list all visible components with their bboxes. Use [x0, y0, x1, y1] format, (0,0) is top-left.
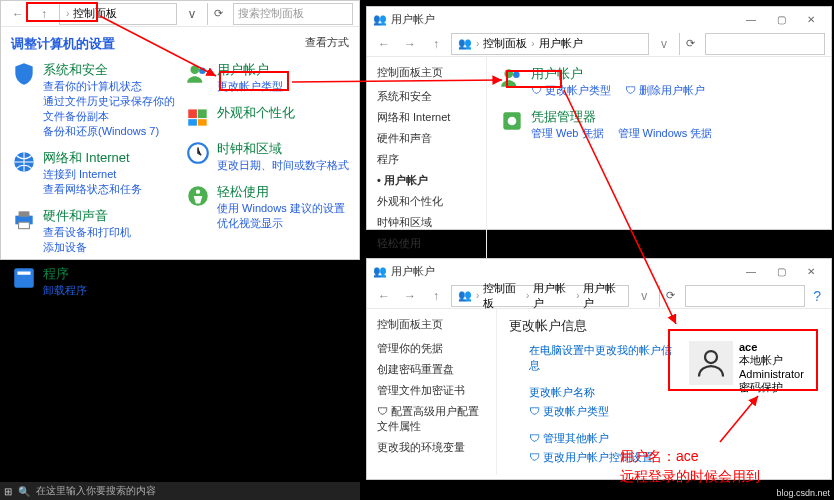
category-sub[interactable]: 连接到 Internet: [43, 167, 142, 182]
cp-category-programs[interactable]: 程序 卸载程序: [11, 265, 175, 298]
sidebar-link[interactable]: 管理你的凭据: [377, 338, 486, 359]
sidebar-heading[interactable]: 控制面板主页: [377, 65, 476, 80]
card-user-accounts[interactable]: 用户帐户 🛡 更改帐户类型 🛡 删除用户帐户: [499, 65, 819, 98]
cp-category-clock[interactable]: 时钟和区域 更改日期、时间或数字格式: [185, 140, 349, 173]
breadcrumb-item[interactable]: 控制面板: [483, 36, 527, 51]
search-input[interactable]: 搜索控制面板: [233, 3, 353, 25]
category-title[interactable]: 网络和 Internet: [43, 149, 142, 167]
settings-link[interactable]: 在电脑设置中更改我的帐户信息: [529, 343, 679, 373]
nav-forward-icon[interactable]: →: [399, 33, 421, 55]
maximize-button[interactable]: ▢: [767, 262, 795, 280]
nav-back-icon[interactable]: ←: [373, 33, 395, 55]
cp-category-appearance[interactable]: 外观和个性化: [185, 104, 349, 130]
category-sub[interactable]: 通过文件历史记录保存你的文件备份副本: [43, 94, 175, 124]
close-button[interactable]: ✕: [797, 262, 825, 280]
svg-point-18: [508, 117, 517, 126]
card-sub[interactable]: 管理 Windows 凭据: [618, 126, 713, 141]
card-credential-manager[interactable]: 凭据管理器 管理 Web 凭据 管理 Windows 凭据: [499, 108, 819, 141]
taskbar[interactable]: ⊞ 🔍 在这里输入你要搜索的内容: [0, 482, 360, 500]
dropdown-icon[interactable]: v: [633, 285, 655, 307]
breadcrumb-item[interactable]: 用户帐户: [583, 281, 622, 311]
category-title[interactable]: 时钟和区域: [217, 140, 349, 158]
card-sub[interactable]: 🛡 更改帐户类型: [531, 83, 611, 98]
nav-up-icon[interactable]: ↑: [425, 33, 447, 55]
cp-category-hardware[interactable]: 硬件和声音 查看设备和打印机 添加设备: [11, 207, 175, 255]
minimize-button[interactable]: —: [737, 262, 765, 280]
avatar-icon: [689, 341, 733, 385]
category-title[interactable]: 轻松使用: [217, 183, 345, 201]
breadcrumb-item[interactable]: 用户帐户: [539, 36, 583, 51]
breadcrumb-item[interactable]: 用户帐户: [533, 281, 572, 311]
users-icon: [185, 61, 211, 87]
category-title[interactable]: 外观和个性化: [217, 104, 295, 122]
sidebar-item[interactable]: 网络和 Internet: [377, 107, 476, 128]
view-mode-label[interactable]: 查看方式: [305, 35, 349, 53]
start-icon[interactable]: ⊞: [4, 486, 12, 497]
close-button[interactable]: ✕: [797, 10, 825, 28]
sidebar-heading[interactable]: 控制面板主页: [377, 317, 486, 332]
cp-category-network[interactable]: 网络和 Internet 连接到 Internet 查看网络状态和任务: [11, 149, 175, 197]
nav-forward-icon[interactable]: →: [399, 285, 421, 307]
sidebar-item[interactable]: 时钟和区域: [377, 212, 476, 233]
category-sub[interactable]: 优化视觉显示: [217, 216, 345, 231]
category-title[interactable]: 系统和安全: [43, 61, 175, 79]
search-input[interactable]: [705, 33, 825, 55]
sidebar-link[interactable]: 创建密码重置盘: [377, 359, 486, 380]
nav-back-icon[interactable]: ←: [7, 3, 29, 25]
category-sub[interactable]: 更改帐户类型: [217, 79, 283, 94]
cp-category-system[interactable]: 系统和安全 查看你的计算机状态 通过文件历史记录保存你的文件备份副本 备份和还原…: [11, 61, 175, 139]
chevron-icon: ›: [526, 290, 529, 301]
breadcrumb[interactable]: 👥 › 控制面板 › 用户帐户 › 用户帐户: [451, 285, 629, 307]
breadcrumb[interactable]: › 控制面板: [59, 3, 177, 25]
sidebar-item[interactable]: 轻松使用: [377, 233, 476, 254]
refresh-icon[interactable]: ⟳: [207, 3, 229, 25]
category-sub[interactable]: 备份和还原(Windows 7): [43, 124, 175, 139]
category-sub[interactable]: 卸载程序: [43, 283, 87, 298]
breadcrumb[interactable]: 👥 › 控制面板 › 用户帐户: [451, 33, 649, 55]
category-title[interactable]: 硬件和声音: [43, 207, 131, 225]
category-sub[interactable]: 更改日期、时间或数字格式: [217, 158, 349, 173]
category-title[interactable]: 程序: [43, 265, 87, 283]
category-sub[interactable]: 添加设备: [43, 240, 131, 255]
search-input[interactable]: [685, 285, 805, 307]
card-sub[interactable]: 管理 Web 凭据: [531, 126, 604, 141]
nav-back-icon[interactable]: ←: [373, 285, 395, 307]
sidebar-item[interactable]: 系统和安全: [377, 86, 476, 107]
cp-category-user-accounts[interactable]: 用户帐户 更改帐户类型: [185, 61, 349, 94]
nav-up-icon[interactable]: ↑: [425, 285, 447, 307]
category-sub[interactable]: 查看设备和打印机: [43, 225, 131, 240]
maximize-button[interactable]: ▢: [767, 10, 795, 28]
action-link[interactable]: 🛡 更改帐户类型: [509, 402, 679, 429]
category-sub[interactable]: 查看网络状态和任务: [43, 182, 142, 197]
page-heading: 调整计算机的设置: [11, 35, 115, 53]
breadcrumb-item[interactable]: 控制面板: [483, 281, 522, 311]
category-title[interactable]: 用户帐户: [217, 61, 283, 79]
sidebar-link[interactable]: 管理文件加密证书: [377, 380, 486, 401]
card-sub[interactable]: 🛡 删除用户帐户: [625, 83, 705, 98]
category-sub[interactable]: 查看你的计算机状态: [43, 79, 175, 94]
category-sub[interactable]: 使用 Windows 建议的设置: [217, 201, 345, 216]
minimize-button[interactable]: —: [737, 10, 765, 28]
sidebar-link[interactable]: 更改我的环境变量: [377, 437, 486, 458]
card-title[interactable]: 用户帐户: [531, 65, 705, 83]
card-title[interactable]: 凭据管理器: [531, 108, 712, 126]
sidebar-item-active[interactable]: 用户帐户: [377, 170, 476, 191]
cp-category-ease[interactable]: 轻松使用 使用 Windows 建议的设置 优化视觉显示: [185, 183, 349, 231]
sidebar-item[interactable]: 硬件和声音: [377, 128, 476, 149]
sidebar-item[interactable]: 外观和个性化: [377, 191, 476, 212]
action-link[interactable]: 更改帐户名称: [509, 383, 679, 402]
refresh-icon[interactable]: ⟳: [659, 285, 681, 307]
action-link[interactable]: 🛡 管理其他帐户: [509, 429, 679, 448]
users-icon: 👥: [458, 37, 472, 50]
clock-icon: [185, 140, 211, 166]
taskbar-search[interactable]: 在这里输入你要搜索的内容: [36, 484, 156, 498]
sidebar-item[interactable]: 程序: [377, 149, 476, 170]
refresh-icon[interactable]: ⟳: [679, 33, 701, 55]
help-icon[interactable]: ?: [809, 288, 825, 304]
dropdown-icon[interactable]: v: [181, 3, 203, 25]
chevron-icon: ›: [476, 38, 479, 49]
dropdown-icon[interactable]: v: [653, 33, 675, 55]
sidebar-link[interactable]: 🛡 配置高级用户配置文件属性: [377, 401, 486, 437]
breadcrumb-item[interactable]: 控制面板: [73, 6, 117, 21]
nav-up-icon[interactable]: ↑: [33, 3, 55, 25]
